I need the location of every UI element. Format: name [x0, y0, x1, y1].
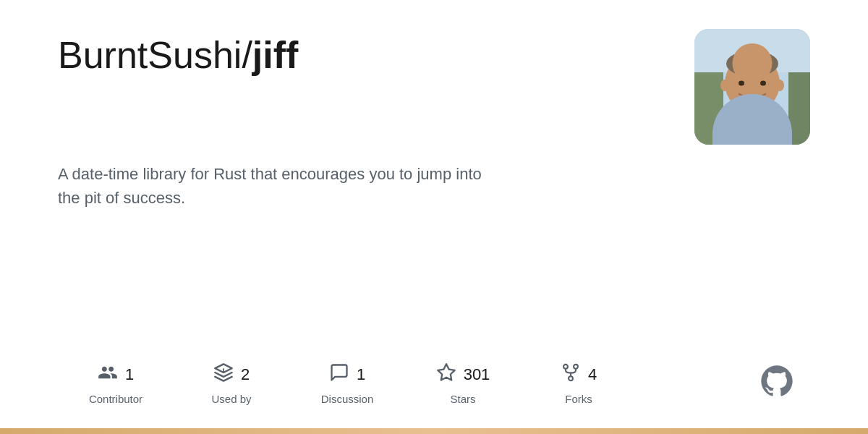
- package-icon: [213, 362, 234, 387]
- svg-point-9: [739, 81, 744, 86]
- contributor-count: 1: [125, 365, 134, 384]
- svg-point-11: [720, 80, 729, 91]
- contributor-label: Contributor: [89, 393, 142, 405]
- people-svg: [98, 362, 118, 383]
- star-svg: [436, 362, 456, 383]
- repo-description: A date-time library for Rust that encour…: [58, 162, 492, 210]
- svg-point-10: [760, 81, 766, 86]
- avatar-image: [694, 29, 810, 145]
- avatar-svg: [694, 29, 810, 145]
- repo-title: BurntSushi/jiff: [58, 35, 298, 76]
- stars-label: Stars: [450, 393, 475, 405]
- repo-owner: BurntSushi: [58, 34, 242, 76]
- stat-stars[interactable]: 301 Stars: [405, 362, 521, 405]
- discussion-icon: [329, 362, 349, 387]
- svg-rect-6: [744, 98, 761, 112]
- stars-count: 301: [464, 365, 490, 384]
- svg-point-5: [712, 109, 792, 145]
- forks-count: 4: [588, 365, 597, 384]
- used-by-count: 2: [241, 365, 250, 384]
- stat-discussion-top: 1: [329, 362, 365, 387]
- discussion-svg: [329, 362, 349, 383]
- avatar: [694, 29, 810, 145]
- stat-discussion[interactable]: 1 Discussion: [289, 362, 405, 405]
- forks-label: Forks: [565, 393, 592, 405]
- people-icon: [98, 362, 118, 387]
- discussion-count: 1: [357, 365, 365, 384]
- svg-marker-13: [438, 364, 454, 380]
- stat-forks-top: 4: [561, 362, 597, 387]
- stat-used-by-top: 2: [213, 362, 250, 387]
- main-container: BurntSushi/jiff: [0, 0, 868, 434]
- bottom-bar: [0, 428, 868, 434]
- svg-point-12: [775, 80, 784, 91]
- stats-row: 1 Contributor 2 Used by: [58, 362, 810, 434]
- stat-used-by[interactable]: 2 Used by: [174, 362, 289, 405]
- svg-point-7: [725, 54, 780, 112]
- svg-point-8: [726, 51, 778, 77]
- star-icon: [436, 362, 456, 387]
- repo-name: jiff: [252, 34, 299, 76]
- used-by-label: Used by: [211, 393, 251, 405]
- stat-contributor[interactable]: 1 Contributor: [58, 362, 174, 405]
- discussion-label: Discussion: [321, 393, 374, 405]
- package-svg: [213, 362, 234, 383]
- stat-contributor-top: 1: [98, 362, 134, 387]
- repo-header: BurntSushi/jiff: [58, 35, 810, 145]
- stat-forks[interactable]: 4 Forks: [521, 362, 637, 405]
- github-icon-container[interactable]: [758, 362, 796, 400]
- stat-stars-top: 301: [436, 362, 490, 387]
- fork-svg: [561, 362, 581, 383]
- github-icon: [758, 362, 796, 400]
- fork-icon: [561, 362, 581, 387]
